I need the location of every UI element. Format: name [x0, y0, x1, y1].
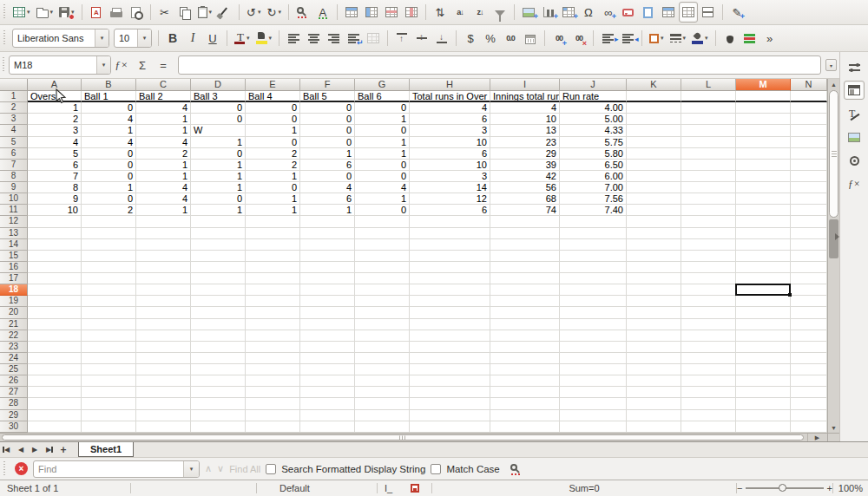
column-header-E[interactable]: E [246, 79, 300, 91]
cell-F30[interactable] [300, 421, 355, 433]
name-box-caret-icon[interactable]: ▾ [96, 56, 110, 74]
cell-E17[interactable] [246, 273, 300, 284]
cell-N15[interactable] [791, 251, 827, 262]
cell-N28[interactable] [791, 398, 827, 409]
cell-M1[interactable] [736, 91, 791, 102]
cell-M12[interactable] [736, 216, 791, 227]
print-icon[interactable] [107, 2, 126, 23]
row-header-20[interactable]: 20 [0, 307, 28, 318]
cell-I1[interactable]: Innings total runs [490, 91, 560, 102]
cell-C23[interactable] [136, 342, 191, 353]
cell-L3[interactable] [681, 114, 736, 125]
cell-H16[interactable] [410, 262, 490, 273]
cell-C30[interactable] [136, 421, 191, 433]
special-character-icon[interactable]: Ω [579, 2, 598, 23]
cell-A26[interactable] [28, 375, 82, 387]
sheet-tab-sheet1[interactable]: Sheet1 [78, 442, 134, 457]
cell-H17[interactable] [410, 273, 490, 284]
cell-I15[interactable] [490, 251, 560, 262]
cell-B3[interactable]: 4 [82, 114, 136, 125]
row-header-21[interactable]: 21 [0, 319, 28, 330]
cell-M29[interactable] [736, 410, 791, 421]
cell-H20[interactable] [410, 307, 490, 318]
cell-B19[interactable] [82, 296, 136, 307]
cell-F19[interactable] [300, 296, 355, 307]
highlight-color-icon-dropdown[interactable]: ▾ [269, 35, 273, 42]
cell-M24[interactable] [736, 353, 791, 364]
cell-A22[interactable] [28, 330, 82, 342]
cell-I9[interactable]: 56 [490, 182, 560, 193]
cell-N17[interactable] [791, 273, 827, 284]
cell-L5[interactable] [681, 137, 736, 148]
cell-L22[interactable] [681, 330, 736, 342]
align-right-icon[interactable] [324, 28, 343, 49]
font-size-select-caret-icon[interactable]: ▾ [137, 29, 151, 47]
cell-N22[interactable] [791, 330, 827, 342]
cell-A12[interactable] [28, 216, 82, 227]
cell-L10[interactable] [681, 193, 736, 205]
cell-I20[interactable] [490, 307, 560, 318]
row-header-2[interactable]: 2 [0, 102, 28, 114]
cell-A29[interactable] [28, 410, 82, 421]
draw-functions-icon[interactable]: ✎ [727, 2, 746, 23]
column-header-M[interactable]: M [736, 79, 791, 91]
cell-F8[interactable]: 0 [300, 171, 355, 182]
cell-J15[interactable] [560, 251, 627, 262]
cell-C18[interactable] [136, 284, 191, 296]
cell-F9[interactable]: 4 [300, 182, 355, 193]
undo-icon-dropdown[interactable]: ▾ [258, 9, 261, 16]
cell-M7[interactable] [736, 160, 791, 171]
cell-H2[interactable]: 4 [410, 102, 490, 114]
cell-C21[interactable] [136, 319, 191, 330]
cell-F27[interactable] [300, 387, 355, 398]
row-header-6[interactable]: 6 [0, 148, 28, 160]
cell-A30[interactable] [28, 421, 82, 433]
cell-N24[interactable] [791, 353, 827, 364]
toolbar-grip[interactable] [3, 30, 7, 46]
cell-I18[interactable] [490, 284, 560, 296]
find-all-button[interactable]: Find All [229, 464, 260, 474]
cell-L14[interactable] [681, 239, 736, 251]
row-header-8[interactable]: 8 [0, 171, 28, 182]
cell-I26[interactable] [490, 375, 560, 387]
cell-J10[interactable]: 7.56 [560, 193, 627, 205]
cell-L16[interactable] [681, 262, 736, 273]
cell-J13[interactable] [560, 228, 627, 239]
cell-J18[interactable] [560, 284, 627, 296]
save-icon-dropdown[interactable]: ▾ [71, 9, 75, 16]
open-icon[interactable]: ▾ [34, 2, 56, 23]
zoom-slider-thumb[interactable] [779, 484, 786, 492]
add-sheet-icon[interactable]: + [56, 442, 71, 457]
cell-L26[interactable] [681, 375, 736, 387]
cell-G14[interactable] [355, 239, 410, 251]
cell-C20[interactable] [136, 307, 191, 318]
insert-columns-before-icon[interactable] [362, 2, 381, 23]
cell-A7[interactable]: 6 [28, 160, 82, 171]
cell-F5[interactable]: 0 [300, 137, 355, 148]
cell-G28[interactable] [355, 398, 410, 409]
cell-K8[interactable] [627, 171, 681, 182]
cell-N13[interactable] [791, 228, 827, 239]
cell-K20[interactable] [627, 307, 681, 318]
row-header-26[interactable]: 26 [0, 375, 28, 387]
cell-F21[interactable] [300, 319, 355, 330]
cell-E24[interactable] [246, 353, 300, 364]
cell-K26[interactable] [627, 375, 681, 387]
find-history-caret-icon[interactable]: ▾ [183, 461, 199, 477]
sort-ascending-icon[interactable]: a↓ [450, 2, 470, 23]
cell-F16[interactable] [300, 262, 355, 273]
cell-F25[interactable] [300, 364, 355, 375]
cell-D1[interactable]: Ball 3 [191, 91, 246, 102]
cell-B28[interactable] [82, 398, 136, 409]
formula-input[interactable] [178, 55, 821, 75]
toolbar-grip[interactable] [2, 57, 6, 73]
cell-J27[interactable] [560, 387, 627, 398]
cell-K10[interactable] [627, 193, 681, 205]
cell-N16[interactable] [791, 262, 827, 273]
cell-E13[interactable] [246, 228, 300, 239]
cell-K1[interactable] [627, 91, 681, 102]
color-scale-icon[interactable] [720, 28, 740, 49]
cell-E11[interactable]: 1 [246, 205, 300, 216]
row-header-29[interactable]: 29 [0, 410, 28, 421]
cell-A28[interactable] [28, 398, 82, 409]
